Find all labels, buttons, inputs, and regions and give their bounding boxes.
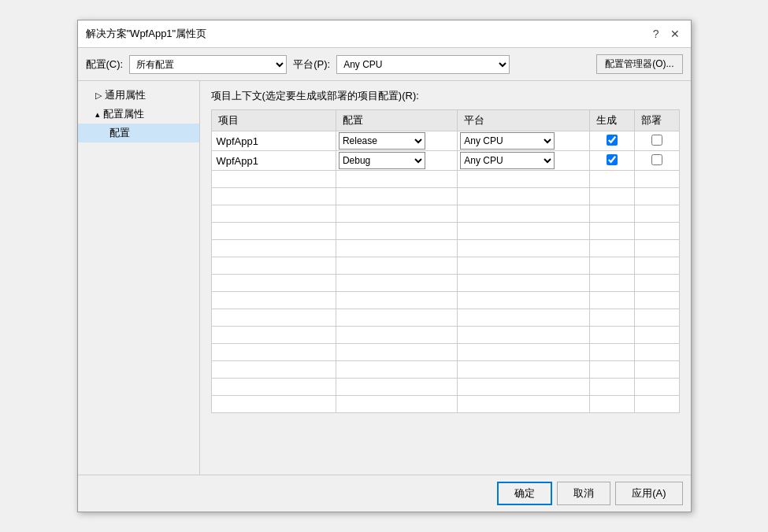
col-header-platform: 平台 bbox=[458, 110, 590, 131]
general-arrow: ▷ bbox=[95, 91, 102, 101]
row1-deploy-cell bbox=[634, 131, 679, 151]
row1-config-select[interactable]: Release Debug 所有配置 bbox=[339, 132, 425, 150]
row2-project: WpfApp1 bbox=[211, 151, 336, 171]
row2-build-cell bbox=[589, 151, 634, 171]
config-manager-button[interactable]: 配置管理器(O)... bbox=[596, 54, 682, 74]
help-button[interactable]: ? bbox=[650, 28, 662, 40]
row1-config-cell: Release Debug 所有配置 bbox=[336, 131, 457, 151]
empty-row bbox=[211, 327, 679, 344]
sidebar-item-configuration[interactable]: 配置 bbox=[78, 124, 199, 142]
row1-deploy-checkbox[interactable] bbox=[651, 135, 662, 146]
bottom-bar: 确定 取消 应用(A) bbox=[78, 475, 691, 512]
empty-row bbox=[211, 275, 679, 292]
row1-build-cell bbox=[589, 131, 634, 151]
row2-platform-cell: Any CPU x86 x64 bbox=[458, 151, 590, 171]
empty-row bbox=[211, 292, 679, 309]
close-button[interactable]: ✕ bbox=[667, 28, 683, 40]
config-table: 项目 配置 平台 生成 部署 WpfApp1 Release bbox=[211, 109, 680, 413]
dialog: 解决方案"WpfApp1"属性页 ? ✕ 配置(C): 所有配置 Release… bbox=[77, 20, 692, 512]
table-row: WpfApp1 Release Debug 所有配置 Any CPU x bbox=[211, 151, 679, 171]
empty-row bbox=[211, 309, 679, 327]
main-area: ▷ 通用属性 ▴ 配置属性 配置 项目上下文(选定要生成或部署的项目配置)(R)… bbox=[78, 81, 691, 475]
row2-platform-select[interactable]: Any CPU x86 x64 bbox=[460, 152, 555, 169]
empty-row bbox=[211, 223, 679, 240]
empty-row bbox=[211, 396, 679, 413]
row1-project: WpfApp1 bbox=[211, 131, 336, 151]
empty-row bbox=[211, 188, 679, 205]
platform-select[interactable]: Any CPU x86 x64 bbox=[336, 55, 510, 74]
row2-deploy-cell bbox=[634, 151, 679, 171]
empty-row bbox=[211, 361, 679, 379]
sidebar-item-configuration-label: 配置 bbox=[109, 126, 130, 140]
title-bar: 解决方案"WpfApp1"属性页 ? ✕ bbox=[78, 20, 691, 48]
col-header-config: 配置 bbox=[336, 110, 457, 131]
config-props-arrow: ▴ bbox=[95, 109, 100, 120]
sidebar-item-general-label: 通用属性 bbox=[105, 88, 146, 102]
row2-build-checkbox[interactable] bbox=[607, 154, 618, 165]
empty-row bbox=[211, 205, 679, 223]
row2-config-cell: Release Debug 所有配置 bbox=[336, 151, 457, 171]
platform-label: 平台(P): bbox=[293, 57, 330, 72]
apply-button[interactable]: 应用(A) bbox=[615, 482, 682, 505]
row2-config-select[interactable]: Release Debug 所有配置 bbox=[339, 152, 425, 169]
dialog-title: 解决方案"WpfApp1"属性页 bbox=[86, 27, 207, 41]
table-row: WpfApp1 Release Debug 所有配置 Any CPU x bbox=[211, 131, 679, 151]
col-header-deploy: 部署 bbox=[634, 110, 679, 131]
sidebar-item-config-props-label: 配置属性 bbox=[103, 107, 144, 121]
sidebar-item-config-props[interactable]: ▴ 配置属性 bbox=[78, 105, 199, 124]
ok-button[interactable]: 确定 bbox=[497, 482, 552, 505]
row1-build-checkbox[interactable] bbox=[607, 135, 618, 146]
config-select[interactable]: 所有配置 Release Debug bbox=[129, 55, 287, 74]
section-title: 项目上下文(选定要生成或部署的项目配置)(R): bbox=[211, 89, 680, 103]
title-bar-buttons: ? ✕ bbox=[650, 28, 683, 40]
row1-platform-select[interactable]: Any CPU x86 x64 bbox=[460, 132, 555, 150]
config-label: 配置(C): bbox=[86, 57, 124, 72]
sidebar-item-general[interactable]: ▷ 通用属性 bbox=[78, 86, 199, 105]
empty-row bbox=[211, 171, 679, 188]
col-header-project: 项目 bbox=[211, 110, 336, 131]
empty-row bbox=[211, 240, 679, 257]
toolbar: 配置(C): 所有配置 Release Debug 平台(P): Any CPU… bbox=[78, 48, 691, 81]
cancel-button[interactable]: 取消 bbox=[557, 482, 610, 505]
col-header-build: 生成 bbox=[589, 110, 634, 131]
row1-platform-cell: Any CPU x86 x64 bbox=[458, 131, 590, 151]
content-area: 项目上下文(选定要生成或部署的项目配置)(R): 项目 配置 平台 生成 部署 … bbox=[200, 81, 691, 475]
row2-deploy-checkbox[interactable] bbox=[651, 154, 662, 165]
sidebar: ▷ 通用属性 ▴ 配置属性 配置 bbox=[78, 81, 200, 475]
empty-row bbox=[211, 379, 679, 396]
empty-row bbox=[211, 257, 679, 275]
empty-row bbox=[211, 344, 679, 361]
